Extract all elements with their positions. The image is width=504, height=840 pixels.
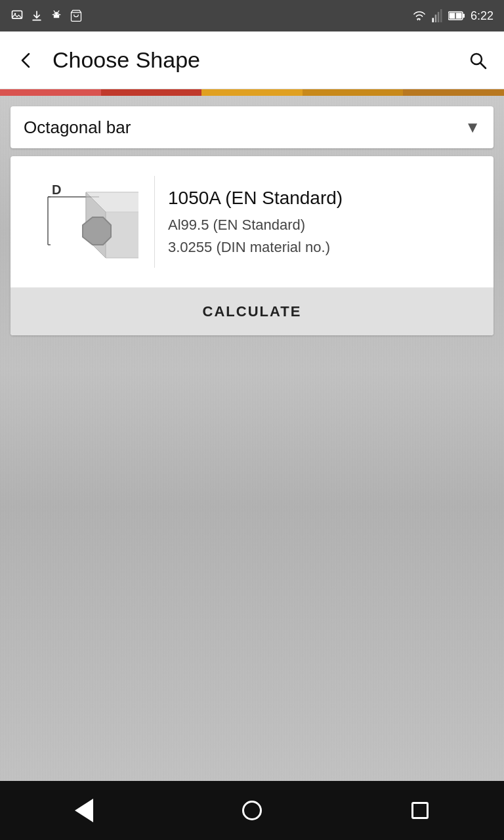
svg-point-3 <box>58 14 59 15</box>
tab-segment-2[interactable] <box>101 89 202 96</box>
status-right: 6:22 <box>411 9 494 23</box>
time-display: 6:22 <box>471 9 494 23</box>
download-status-icon <box>30 9 43 22</box>
bottom-nav <box>0 781 504 840</box>
page-title: Choose Shape <box>52 47 462 73</box>
status-bar: 6:22 <box>0 0 504 32</box>
shape-dropdown[interactable]: Octagonal bar Round bar Square bar Flat … <box>10 106 494 148</box>
tab-segment-1[interactable] <box>0 89 101 96</box>
svg-marker-23 <box>83 217 111 245</box>
svg-rect-5 <box>432 18 434 22</box>
shape-dropdown-wrapper: Octagonal bar Round bar Square bar Flat … <box>10 106 494 148</box>
back-arrow-icon <box>17 51 35 70</box>
shopping-status-icon <box>70 9 83 22</box>
nav-recent-button[interactable] <box>400 791 440 830</box>
calculate-button[interactable]: CALCULATE <box>10 288 494 335</box>
tab-segment-4[interactable] <box>303 89 404 96</box>
android-status-icon <box>50 9 63 22</box>
nav-home-button[interactable] <box>232 791 272 830</box>
shape-image: D <box>24 176 155 268</box>
svg-text:D: D <box>52 182 61 197</box>
svg-line-14 <box>480 63 486 68</box>
svg-rect-8 <box>440 9 442 22</box>
card-text: 1050A (EN Standard) Al99.5 (EN Standard)… <box>168 188 480 256</box>
nav-back-icon <box>75 799 93 822</box>
status-icons <box>10 9 83 22</box>
material-standard: Al99.5 (EN Standard) <box>168 217 480 234</box>
tab-segment-5[interactable] <box>403 89 504 96</box>
nav-back-button[interactable] <box>64 791 104 830</box>
nav-recent-icon <box>411 802 429 819</box>
svg-point-2 <box>54 14 56 15</box>
battery-icon <box>448 11 465 20</box>
tab-segment-3[interactable] <box>201 89 303 96</box>
material-din: 3.0255 (DIN material no.) <box>168 239 480 256</box>
card-content: D <box>10 156 494 287</box>
nav-home-icon <box>242 801 262 820</box>
octagonal-bar-illustration: D <box>27 176 138 268</box>
signal-icon <box>431 9 443 22</box>
search-button[interactable] <box>462 45 494 76</box>
shape-dropdown-container: Octagonal bar Round bar Square bar Flat … <box>10 106 494 148</box>
image-status-icon <box>10 9 24 22</box>
search-icon <box>468 51 488 70</box>
back-button[interactable] <box>10 45 42 76</box>
svg-rect-7 <box>438 12 440 22</box>
material-card: D <box>10 156 494 335</box>
wifi-icon <box>411 10 426 21</box>
svg-rect-10 <box>463 14 465 18</box>
main-content: Octagonal bar Round bar Square bar Flat … <box>0 96 504 781</box>
tab-strip <box>0 89 504 96</box>
svg-rect-6 <box>435 14 437 22</box>
app-bar: Choose Shape <box>0 32 504 89</box>
material-name: 1050A (EN Standard) <box>168 188 480 209</box>
